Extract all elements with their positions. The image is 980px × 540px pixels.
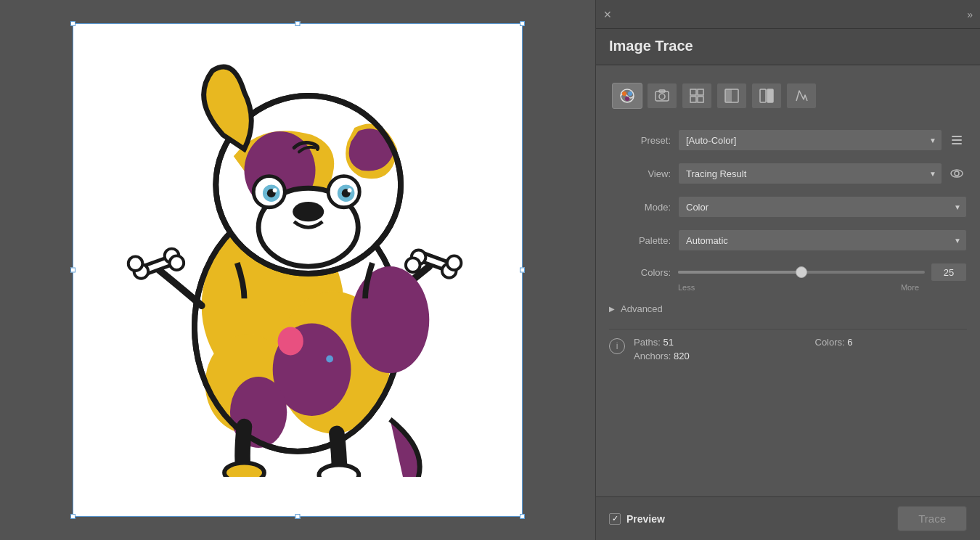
palette-select[interactable]: Automatic Limited Full Tone Document Lib…	[678, 229, 967, 251]
svg-point-32	[224, 463, 264, 477]
mode-label: Mode:	[609, 202, 671, 213]
svg-point-30	[447, 255, 462, 270]
colors-slider-row: Colors: 25 Less More	[609, 261, 967, 292]
dog-svg	[120, 63, 475, 477]
paths-stat: Paths: 51	[634, 337, 786, 348]
info-icon[interactable]: i	[609, 338, 625, 354]
preset-menu-button[interactable]	[947, 130, 967, 150]
sketch-preset-btn[interactable]	[786, 83, 817, 109]
list-icon	[952, 136, 962, 144]
photo-preset-btn[interactable]	[647, 83, 677, 109]
panel-title: Image Trace	[609, 38, 693, 54]
panel-titlebar: ✕ »	[596, 0, 980, 29]
colors-label: Colors:	[609, 267, 671, 278]
svg-point-40	[659, 94, 665, 99]
canvas-frame	[73, 23, 523, 517]
sketch-icon	[793, 88, 809, 104]
svg-point-37	[628, 91, 632, 96]
preset-label: Preset:	[609, 135, 671, 146]
svg-point-28	[406, 258, 420, 272]
colors-stat-value: 6	[847, 337, 852, 348]
dog-illustration	[94, 38, 501, 502]
camera-icon	[654, 88, 670, 104]
advanced-row[interactable]: ▶ Advanced	[609, 303, 967, 314]
svg-point-31	[351, 266, 430, 373]
panel-content: Preset: [Auto-Color] [High Color] [Low C…	[596, 65, 980, 496]
grid-icon	[689, 88, 705, 104]
stats-section: i Paths: 51 Colors: 6 Anchors: 820	[609, 329, 967, 369]
panel-header: Image Trace	[596, 29, 980, 65]
mode-row: Mode: Color Grayscale Black and White ▼	[609, 195, 967, 219]
anchors-label: Anchors:	[634, 351, 671, 361]
anchors-stat: Anchors: 820	[634, 351, 786, 361]
view-select[interactable]: Tracing Result Source Image Outlines Out…	[678, 163, 942, 184]
handle-top-right[interactable]	[520, 21, 525, 26]
mode-select-container: Color Grayscale Black and White ▼	[678, 196, 967, 218]
trace-button[interactable]: Trace	[897, 506, 967, 531]
anchors-value: 820	[674, 351, 690, 361]
preview-label: Preview	[626, 513, 665, 525]
paths-label: Paths:	[634, 337, 661, 348]
slider-hints: Less More	[609, 283, 967, 292]
svg-point-23	[128, 256, 143, 271]
mode-select[interactable]: Color Grayscale Black and White	[678, 196, 967, 218]
preset-select-container: [Auto-Color] [High Color] [Low Color] [G…	[678, 129, 942, 151]
panel-footer: ✓ Preview Trace	[596, 496, 980, 540]
svg-point-51	[955, 171, 959, 176]
grid-preset-btn[interactable]	[682, 83, 712, 109]
auto-color-preset-btn[interactable]	[612, 83, 642, 109]
svg-point-34	[326, 356, 333, 363]
view-row: View: Tracing Result Source Image Outlin…	[609, 161, 967, 186]
palette-select-container: Automatic Limited Full Tone Document Lib…	[678, 229, 967, 251]
svg-point-11	[293, 202, 324, 221]
colors-stat: Colors: 6	[815, 337, 968, 348]
stats-grid: Paths: 51 Colors: 6 Anchors: 820	[634, 337, 967, 361]
svg-point-15	[273, 188, 277, 192]
preset-select[interactable]: [Auto-Color] [High Color] [Low Color] [G…	[678, 129, 942, 151]
preset-icons-row	[609, 77, 967, 115]
svg-point-36	[622, 91, 626, 96]
view-select-container: Tracing Result Source Image Outlines Out…	[678, 163, 942, 184]
handle-bottom-left[interactable]	[70, 514, 75, 519]
info-icon-text: i	[616, 341, 618, 351]
handle-bottom-mid[interactable]	[295, 514, 301, 519]
svg-rect-48	[760, 89, 766, 102]
preset-row: Preset: [Auto-Color] [High Color] [Low C…	[609, 128, 967, 152]
close-button[interactable]: ✕	[603, 9, 612, 20]
halftone-icon	[724, 88, 740, 104]
colors-value[interactable]: 25	[931, 263, 967, 282]
slider-track-container[interactable]	[678, 261, 925, 283]
handle-mid-left[interactable]	[70, 268, 75, 273]
svg-rect-43	[698, 89, 703, 95]
less-hint: Less	[678, 283, 695, 292]
svg-point-20	[278, 327, 303, 355]
slider-fill	[678, 271, 807, 274]
colors-stat-label: Colors:	[815, 337, 845, 348]
auto-color-icon	[619, 88, 635, 104]
more-hint: More	[901, 283, 919, 292]
handle-top-left[interactable]	[70, 21, 75, 26]
handle-top-mid[interactable]	[295, 21, 301, 26]
svg-rect-45	[698, 97, 703, 102]
svg-point-33	[319, 465, 359, 477]
svg-rect-47	[725, 89, 732, 102]
collapse-button[interactable]: »	[967, 9, 973, 20]
preview-checkbox[interactable]: ✓	[609, 513, 621, 525]
view-eye-button[interactable]	[947, 163, 967, 184]
slider-main: Colors: 25	[609, 261, 967, 283]
handle-mid-right[interactable]	[520, 268, 525, 273]
palette-row: Palette: Automatic Limited Full Tone Doc…	[609, 228, 967, 253]
handle-bottom-right[interactable]	[520, 514, 525, 519]
silhouette-icon	[759, 88, 775, 104]
advanced-arrow-icon: ▶	[609, 305, 615, 313]
svg-point-19	[348, 188, 352, 192]
svg-point-25	[170, 255, 184, 270]
svg-point-38	[625, 97, 629, 101]
svg-rect-44	[690, 97, 696, 102]
view-label: View:	[609, 168, 671, 179]
preview-row: ✓ Preview	[609, 513, 665, 525]
advanced-label: Advanced	[621, 303, 663, 314]
halftone-preset-btn[interactable]	[716, 83, 747, 109]
silhouette-preset-btn[interactable]	[751, 83, 782, 109]
eye-icon	[950, 168, 964, 179]
